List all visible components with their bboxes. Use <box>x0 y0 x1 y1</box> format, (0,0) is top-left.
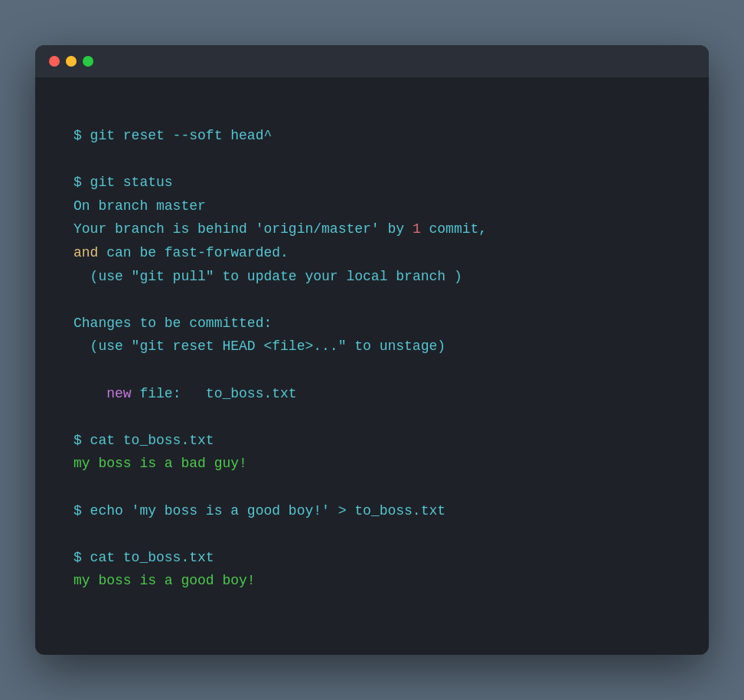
output-line: Changes to be committed: <box>73 312 671 335</box>
text-segment: (use "git pull" to update your local <box>73 269 396 284</box>
text-segment: branch ) <box>396 269 462 284</box>
text-segment: On branch master <box>73 198 206 214</box>
output-line: Your branch is behind 'origin/master' by… <box>73 218 671 241</box>
blank-line <box>73 288 671 312</box>
output-line: and can be fast-forwarded. <box>73 241 671 265</box>
output-line: On branch master <box>73 195 671 218</box>
text-segment: Your branch is behind <box>73 221 256 237</box>
blank-line <box>73 358 671 382</box>
text-segment: and <box>73 245 98 260</box>
output-line: my boss is a bad guy! <box>73 452 671 476</box>
blank-line <box>73 476 671 499</box>
text-segment: file: to_boss.txt <box>132 386 297 401</box>
text-segment: my boss is a bad guy! <box>73 456 247 471</box>
terminal-window: $ git reset --soft head^$ git statusOn b… <box>35 45 709 654</box>
text-segment: new <box>73 386 132 401</box>
prompt-line: $ git reset --soft head^ <box>73 124 671 148</box>
text-segment: 'origin/master' <box>256 221 380 237</box>
text-segment: 1 <box>413 221 421 237</box>
output-line: (use "git reset HEAD <file>..." to unsta… <box>73 335 671 358</box>
text-segment: my boss is a good boy! <box>73 573 256 588</box>
minimize-button[interactable] <box>66 56 77 67</box>
text-segment: by <box>380 221 413 237</box>
blank-line <box>73 100 671 124</box>
terminal-body: $ git reset --soft head^$ git statusOn b… <box>35 77 709 654</box>
prompt-line: $ git status <box>73 171 671 195</box>
blank-line <box>73 522 671 546</box>
prompt-line: $ echo 'my boss is a good boy!' > to_bos… <box>73 499 671 523</box>
output-line: new file: to_boss.txt <box>73 382 671 406</box>
text-segment: can be fast-forwarded. <box>98 245 288 260</box>
text-segment: commit, <box>421 221 487 237</box>
title-bar <box>35 45 709 77</box>
blank-line <box>73 593 671 617</box>
close-button[interactable] <box>49 56 60 67</box>
output-line: (use "git pull" to update your local bra… <box>73 265 671 289</box>
maximize-button[interactable] <box>83 56 93 67</box>
blank-line <box>73 405 671 429</box>
prompt-line: $ cat to_boss.txt <box>73 546 671 570</box>
text-segment: (use "git reset HEAD <file>..." to unsta… <box>73 339 445 354</box>
text-segment: Changes to be committed: <box>73 316 272 331</box>
blank-line <box>73 148 671 172</box>
output-line: my boss is a good boy! <box>73 569 671 593</box>
prompt-line: $ cat to_boss.txt <box>73 429 671 453</box>
